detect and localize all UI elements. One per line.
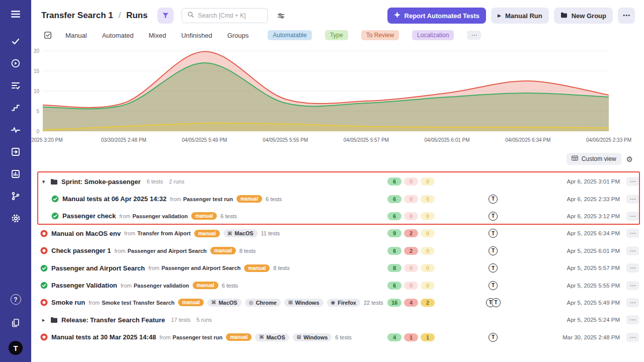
chips-more-button[interactable]: ⋯ xyxy=(467,31,481,40)
passed-status-icon xyxy=(51,195,59,203)
run-title: Manual on MacOS env xyxy=(51,230,121,237)
app-root: ? T Transfer Search 1 / Runs xyxy=(0,0,644,362)
assignee-avatar: T xyxy=(492,298,501,307)
view-settings-gear-icon[interactable]: ⚙ xyxy=(626,155,633,163)
run-row[interactable]: Passenger checkfromPassenger validationm… xyxy=(31,208,644,225)
passed-count-badge: 6 xyxy=(387,177,401,186)
chevron-down-icon[interactable]: ▾ xyxy=(40,178,47,185)
run-row[interactable]: Manual on MacOS envfromTransfer from Aip… xyxy=(31,225,644,242)
run-row[interactable]: Smoke runfromSmoke test Transfer Searchm… xyxy=(31,294,644,311)
custom-view-button[interactable]: Custom view xyxy=(567,153,621,165)
chevron-right-icon[interactable]: ▸ xyxy=(40,317,47,323)
result-counts: 411 xyxy=(387,333,443,341)
breadcrumb-project[interactable]: Transfer Search 1 xyxy=(41,11,113,20)
tab-mixed[interactable]: Mixed xyxy=(149,32,167,39)
filter-chip-localization[interactable]: Localization xyxy=(412,30,454,40)
filter-chip-automatable[interactable]: Automatable xyxy=(268,30,311,40)
macos-icon: ⌘ xyxy=(259,334,264,340)
branch-nav-icon[interactable] xyxy=(10,190,22,202)
result-counts: 600 xyxy=(387,282,443,290)
milestones-nav-icon[interactable] xyxy=(10,102,22,114)
area-chart: 05101520/02/2025 3:20 PM03/30/2025 2:48 … xyxy=(31,47,644,147)
row-more-button[interactable]: ⋯ xyxy=(626,195,639,204)
search-settings-sliders-icon[interactable] xyxy=(273,8,289,24)
assignee-avatar: T xyxy=(489,195,498,204)
import-nav-icon[interactable] xyxy=(10,146,22,158)
group-title: Release: Transfer Search Feature xyxy=(61,316,165,324)
failed-count-badge: 2 xyxy=(404,247,418,255)
failed-count-badge: 0 xyxy=(404,264,418,272)
tests-count: 6 tests xyxy=(220,213,236,219)
run-row[interactable]: Manual tests at 06 Apr 2025 14:32fromPas… xyxy=(31,190,644,207)
runs-nav-icon[interactable] xyxy=(10,57,22,69)
run-row[interactable]: Passenger ValidationfromPassenger valida… xyxy=(31,277,644,294)
run-date: Apr 6, 2025 2:33 PM xyxy=(543,196,620,202)
runs-chart: 05101520/02/2025 3:20 PM03/30/2025 2:48 … xyxy=(31,45,644,147)
tab-automated[interactable]: Automated xyxy=(102,32,134,39)
help-icon[interactable]: ? xyxy=(11,294,21,305)
row-more-button[interactable]: ⋯ xyxy=(626,177,639,186)
manual-tag: manual xyxy=(226,333,252,341)
from-label: from xyxy=(170,196,181,202)
filter-button[interactable] xyxy=(157,8,174,24)
run-row[interactable]: Manual tests at 30 Mar 2025 14:48fromPas… xyxy=(31,329,644,346)
env-chip-macos: ⌘MacOS xyxy=(207,299,242,307)
search-input[interactable] xyxy=(198,12,262,19)
failed-count-badge: 0 xyxy=(404,195,418,203)
filter-chip-to-review[interactable]: To Review xyxy=(361,30,399,40)
tests-count: 11 tests xyxy=(261,230,280,236)
filter-chip-type[interactable]: Type xyxy=(325,30,348,40)
y-tick-label: 15 xyxy=(34,68,40,74)
other-count-badge: 2 xyxy=(421,299,435,307)
hamburger-menu-icon[interactable] xyxy=(10,8,22,20)
run-row[interactable]: Check passenger 1fromPassenger and Airpo… xyxy=(31,242,644,259)
tab-unfinished[interactable]: Unfinished xyxy=(181,32,212,39)
report-automated-tests-button[interactable]: Report Automated Tests xyxy=(387,8,487,24)
docs-icon[interactable] xyxy=(10,317,22,329)
row-more-button[interactable]: ⋯ xyxy=(626,315,639,324)
group-row[interactable]: ▾Sprint: Smoke-passenger6 tests2 runs600… xyxy=(31,173,644,190)
group-tests-count: 17 tests xyxy=(171,317,191,323)
from-label: from xyxy=(159,334,171,340)
run-row[interactable]: Passenger and Airport SearchfromPassenge… xyxy=(31,259,644,277)
header-more-button[interactable]: ⋯ xyxy=(618,8,635,24)
group-row[interactable]: ▸Release: Transfer Search Feature17 test… xyxy=(31,311,644,328)
sparkle-icon xyxy=(394,12,400,20)
search-box[interactable] xyxy=(182,8,268,23)
row-more-button[interactable]: ⋯ xyxy=(626,246,639,255)
other-count-badge: 0 xyxy=(421,177,435,186)
x-tick-label: 04/05/2025 5:57 PM xyxy=(344,137,389,143)
row-more-button[interactable]: ⋯ xyxy=(626,229,639,238)
app-logo[interactable]: T xyxy=(9,341,23,355)
x-tick-label: 04/05/2025 5:49 PM xyxy=(182,137,227,143)
manual-tag: manual xyxy=(236,195,262,203)
group-runs-count: 2 runs xyxy=(169,178,185,185)
analytics-nav-icon[interactable] xyxy=(10,168,22,180)
pulse-nav-icon[interactable] xyxy=(10,124,22,136)
from-source: Passenger and Airport Search xyxy=(162,265,240,271)
row-more-button[interactable]: ⋯ xyxy=(626,212,639,221)
bulk-select-icon[interactable] xyxy=(43,31,52,40)
result-counts: 620 xyxy=(387,247,443,255)
row-more-button[interactable]: ⋯ xyxy=(626,263,639,273)
passed-status-icon xyxy=(51,212,59,220)
row-more-button[interactable]: ⋯ xyxy=(626,281,639,290)
env-chip-macos: ⌘MacOS xyxy=(255,333,289,341)
y-tick-label: 5 xyxy=(36,109,39,114)
run-title: Check passenger 1 xyxy=(51,247,111,254)
macos-icon: ⌘ xyxy=(211,300,216,305)
env-chip-windows: ⊞Windows xyxy=(284,299,324,307)
run-title: Passenger Validation xyxy=(51,282,117,289)
new-group-button[interactable]: New Group xyxy=(554,8,613,24)
breadcrumb-separator: / xyxy=(118,11,121,20)
settings-gear-nav-icon[interactable] xyxy=(10,212,22,224)
group-title: Sprint: Smoke-passenger xyxy=(61,178,141,186)
row-more-button[interactable]: ⋯ xyxy=(626,333,639,342)
checks-nav-icon[interactable] xyxy=(10,35,22,47)
manual-run-button[interactable]: ▶ Manual Run xyxy=(491,8,549,24)
tab-manual[interactable]: Manual xyxy=(65,32,87,39)
tab-groups[interactable]: Groups xyxy=(227,32,249,39)
row-more-button[interactable]: ⋯ xyxy=(626,298,639,307)
env-chip-windows: ⊞Windows xyxy=(293,333,332,341)
test-plans-nav-icon[interactable] xyxy=(10,79,22,92)
